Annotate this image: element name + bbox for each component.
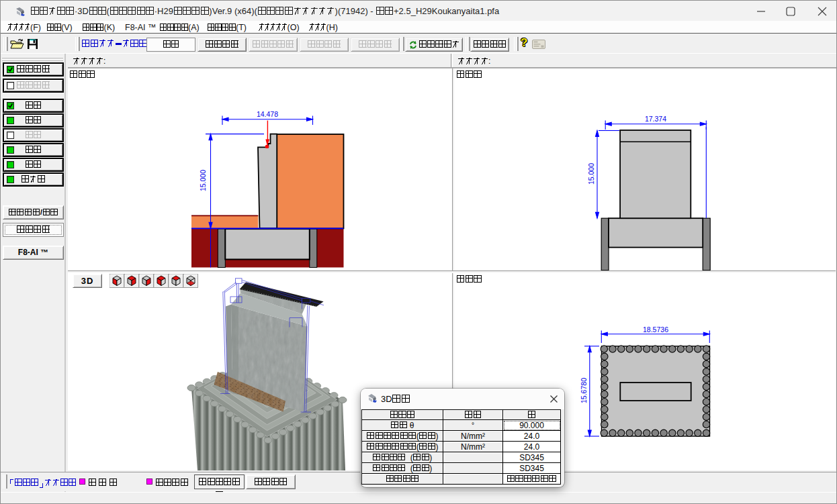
svg-text:15.000: 15.000 (199, 170, 207, 191)
svg-text:15.6780: 15.6780 (580, 378, 588, 403)
svg-text:14.478: 14.478 (257, 110, 278, 118)
svg-text:18.5736: 18.5736 (643, 325, 668, 334)
svg-text:17.374: 17.374 (645, 115, 666, 123)
svg-text:15.000: 15.000 (587, 163, 595, 185)
